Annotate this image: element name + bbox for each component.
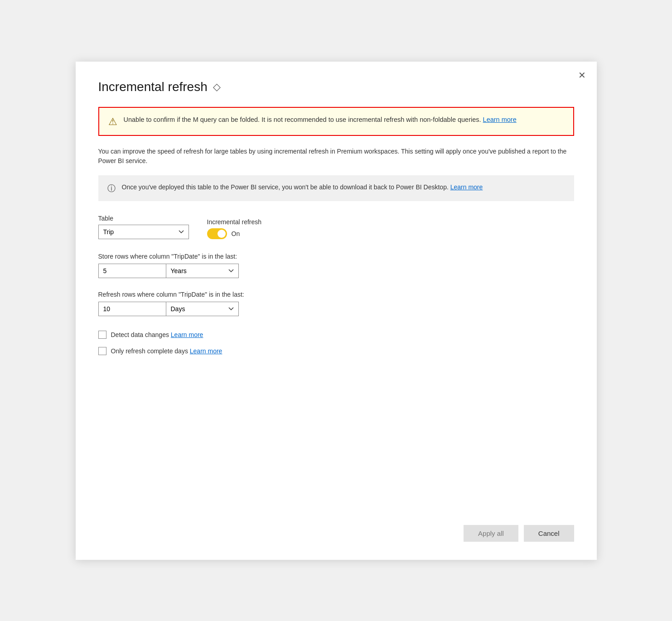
refresh-unit-select[interactable]: Days Months Years	[166, 302, 239, 316]
complete-days-label: Only refresh complete days Learn more	[111, 347, 222, 355]
toggle-state-label: On	[232, 230, 240, 237]
toggle-thumb	[218, 230, 226, 238]
warning-icon: ⚠	[108, 116, 117, 128]
description-text: You can improve the speed of refresh for…	[98, 147, 574, 166]
cancel-button[interactable]: Cancel	[524, 525, 574, 542]
incremental-refresh-label: Incremental refresh	[207, 218, 262, 226]
dialog: ✕ Incremental refresh ◇ ⚠ Unable to conf…	[76, 62, 597, 560]
info-icon: ⓘ	[107, 183, 116, 194]
info-message: Once you've deployed this table to the P…	[122, 183, 449, 191]
warning-text: Unable to confirm if the M query can be …	[124, 115, 517, 125]
detect-changes-row: Detect data changes Learn more	[98, 331, 574, 339]
warning-message: Unable to confirm if the M query can be …	[124, 116, 481, 123]
table-group: Table Trip	[98, 215, 189, 239]
refresh-label: Refresh rows where column "TripDate" is …	[98, 291, 574, 298]
footer: Apply all Cancel	[464, 525, 574, 542]
close-button[interactable]: ✕	[578, 71, 586, 80]
table-toggle-row: Table Trip Incremental refresh On	[98, 215, 574, 239]
warning-banner: ⚠ Unable to confirm if the M query can b…	[98, 107, 574, 136]
complete-days-learn-more-link[interactable]: Learn more	[190, 347, 222, 355]
store-label: Store rows where column "TripDate" is in…	[98, 253, 574, 260]
incremental-refresh-toggle[interactable]	[207, 228, 227, 239]
refresh-number-input[interactable]	[98, 302, 166, 316]
toggle-group: Incremental refresh On	[207, 218, 262, 239]
apply-all-button[interactable]: Apply all	[464, 525, 518, 542]
detect-changes-learn-more-link[interactable]: Learn more	[171, 331, 203, 338]
refresh-section: Refresh rows where column "TripDate" is …	[98, 291, 574, 316]
table-select[interactable]: Trip	[98, 225, 189, 239]
detect-changes-checkbox[interactable]	[98, 331, 106, 339]
detect-changes-label: Detect data changes Learn more	[111, 331, 203, 338]
toggle-row: On	[207, 228, 262, 239]
page-title: Incremental refresh	[98, 80, 208, 94]
store-num-unit-row: Days Months Years	[98, 264, 574, 278]
warning-learn-more-link[interactable]: Learn more	[483, 116, 517, 123]
complete-days-row: Only refresh complete days Learn more	[98, 347, 574, 355]
refresh-num-unit-row: Days Months Years	[98, 302, 574, 316]
store-unit-select[interactable]: Days Months Years	[166, 264, 239, 278]
info-learn-more-link[interactable]: Learn more	[450, 183, 483, 191]
complete-days-checkbox[interactable]	[98, 347, 106, 355]
info-banner: ⓘ Once you've deployed this table to the…	[98, 175, 574, 201]
store-number-input[interactable]	[98, 264, 166, 278]
title-row: Incremental refresh ◇	[98, 80, 574, 94]
diamond-icon: ◇	[213, 81, 221, 93]
table-label: Table	[98, 215, 189, 222]
store-section: Store rows where column "TripDate" is in…	[98, 253, 574, 278]
info-text: Once you've deployed this table to the P…	[122, 183, 483, 193]
